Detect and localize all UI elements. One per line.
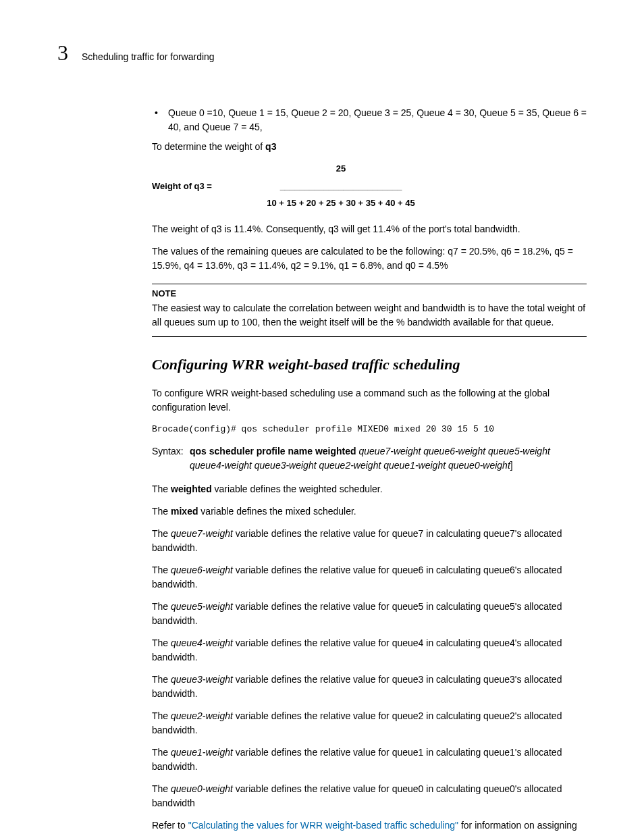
paragraph: The queue6-weight variable defines the r… [152,563,587,592]
text: The [152,506,171,517]
fraction-line: _________________________ [253,180,429,193]
syntax-command: qos scheduler profile name weighted [190,446,359,457]
text: The [152,601,171,612]
text: The [152,565,171,575]
text: The [152,528,171,539]
bullet-item: • Queue 0 =10, Queue 1 = 15, Queue 2 = 2… [152,106,587,134]
text: The [152,637,171,648]
text: To determine the weight of [152,141,265,152]
text: Refer to [152,820,188,831]
bullet-text: Queue 0 =10, Queue 1 = 15, Queue 2 = 20,… [168,106,587,134]
paragraph: The queue0-weight variable defines the r… [152,782,587,810]
text-bold: q3 [265,141,276,152]
denominator: 10 + 15 + 20 + 25 + 30 + 35 + 40 + 45 [253,197,429,210]
syntax-tail: ] [510,460,513,471]
note-label: NOTE [152,287,587,301]
numerator: 25 [253,162,429,176]
page-header: 3 Scheduling traffic for forwarding [57,41,587,66]
syntax-block: Syntax: qos scheduler profile name weigh… [152,444,587,473]
section-title: Scheduling traffic for forwarding [82,51,215,62]
code-block: Brocade(config)# qos scheduler profile M… [152,423,587,436]
text: variable defines the weighted scheduler. [212,484,383,494]
chapter-number: 3 [57,41,68,66]
paragraph: The weighted variable defines the weight… [152,482,587,496]
paragraph: The queue1-weight variable defines the r… [152,746,587,774]
body-content: • Queue 0 =10, Queue 1 = 15, Queue 2 = 2… [57,106,587,834]
text: variable defines the mixed scheduler. [198,506,356,517]
formula: Weight of q3 = 25 ______________________… [152,162,587,210]
syntax-label: Syntax: [152,444,190,473]
paragraph: Refer to "Calculating the values for WRR… [152,818,587,835]
subsection-heading: Configuring WRR weight-based traffic sch… [152,353,587,375]
syntax-body: qos scheduler profile name weighted queu… [190,444,587,473]
text: The [152,747,171,758]
text-italic: queue6-weight [171,565,233,575]
paragraph: The queue4-weight variable defines the r… [152,636,587,664]
note-box: NOTE The easiest way to calculate the co… [152,284,587,338]
text-italic: queue3-weight [171,674,233,685]
paragraph: The queue5-weight variable defines the r… [152,600,587,628]
paragraph: The queue2-weight variable defines the r… [152,709,587,737]
paragraph: The mixed variable defines the mixed sch… [152,504,587,519]
text-bold: mixed [171,506,198,517]
formula-rhs: 25 _________________________ 10 + 15 + 2… [253,162,429,210]
paragraph: The queue7-weight variable defines the r… [152,527,587,555]
text: The [152,674,171,685]
text-bold: weighted [171,484,212,494]
text-italic: queue7-weight [171,528,233,539]
cross-reference-link[interactable]: "Calculating the values for WRR weight-b… [188,820,458,831]
text-italic: queue5-weight [171,601,233,612]
text: The [152,484,171,494]
paragraph: The weight of q3 is 11.4%. Consequently,… [152,222,587,236]
formula-lhs: Weight of q3 = [152,180,253,193]
paragraph: To configure WRR weight-based scheduling… [152,386,587,415]
text-italic: queue1-weight [171,747,233,758]
paragraph: The queue3-weight variable defines the r… [152,673,587,701]
bullet-icon: • [152,106,168,134]
note-body: The easiest way to calculate the correla… [152,301,587,337]
text: The [152,710,171,721]
text-italic: queue2-weight [171,710,233,721]
paragraph: To determine the weight of q3 [152,140,587,154]
text-italic: queue0-weight [171,783,233,794]
paragraph: The values of the remaining queues are c… [152,244,587,273]
text-italic: queue4-weight [171,637,233,648]
text: The [152,783,171,794]
